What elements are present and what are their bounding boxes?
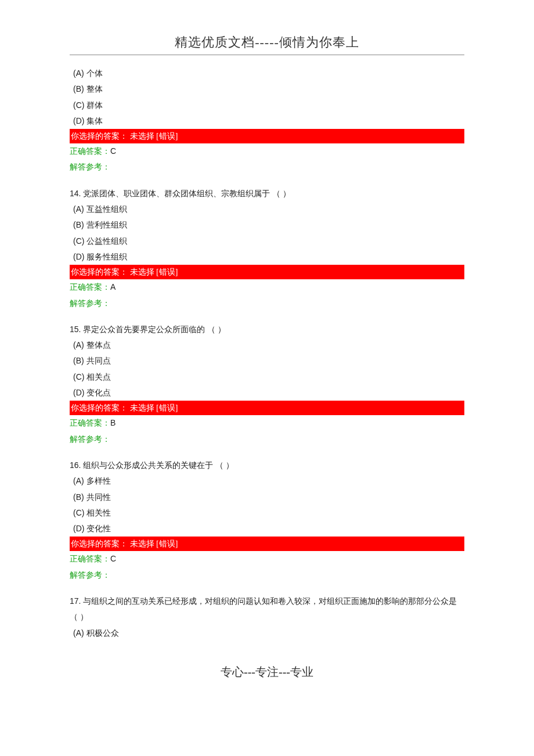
q16-your-answer-bar: 你选择的答案： 未选择 [错误] bbox=[70, 537, 464, 551]
q15-correct-letter: B bbox=[110, 418, 116, 427]
q13-correct-answer: 正确答案：C bbox=[70, 143, 464, 159]
q15-text: 15. 界定公众首先要界定公众所面临的 （ ） bbox=[70, 322, 464, 337]
correct-label: 正确答案： bbox=[70, 147, 110, 156]
q14-stem: 党派团体、职业团体、群众团体组织、宗教组织属于 （ ） bbox=[83, 189, 291, 198]
q14-option-b: (B) 营利性组织 bbox=[70, 217, 464, 233]
q14-correct-letter: A bbox=[110, 282, 116, 291]
correct-label: 正确答案： bbox=[70, 555, 110, 563]
q17-stem: 与组织之间的互动关系已经形成，对组织的问题认知和卷入较深，对组织正面施加的影响的… bbox=[70, 596, 457, 621]
q14-option-d: (D) 服务性组织 bbox=[70, 249, 464, 265]
q15-option-b: (B) 共同点 bbox=[70, 353, 464, 369]
q16-text: 16. 组织与公众形成公共关系的关键在于 （ ） bbox=[70, 458, 464, 473]
question-17: 17. 与组织之间的互动关系已经形成，对组织的问题认知和卷入较深，对组织正面施加… bbox=[70, 593, 464, 641]
page-container: 精选优质文档-----倾情为你奉上 (A) 个体 (B) 整体 (C) 群体 (… bbox=[0, 0, 534, 703]
q13-option-c: (C) 群体 bbox=[70, 98, 464, 113]
q14-explain: 解答参考： bbox=[70, 296, 464, 311]
q17-option-a: (A) 积极公众 bbox=[70, 625, 464, 641]
q14-option-a: (A) 互益性组织 bbox=[70, 201, 464, 217]
q15-explain: 解答参考： bbox=[70, 431, 464, 447]
q15-option-c: (C) 相关点 bbox=[70, 369, 464, 385]
q16-number: 16. bbox=[70, 460, 81, 470]
correct-label: 正确答案： bbox=[70, 283, 110, 291]
q16-explain: 解答参考： bbox=[70, 567, 464, 583]
q14-your-answer-bar: 你选择的答案： 未选择 [错误] bbox=[70, 265, 464, 279]
q14-text: 14. 党派团体、职业团体、群众团体组织、宗教组织属于 （ ） bbox=[70, 186, 464, 201]
question-13: (A) 个体 (B) 整体 (C) 群体 (D) 集体 bbox=[70, 66, 464, 129]
q16-stem: 组织与公众形成公共关系的关键在于 （ ） bbox=[83, 460, 234, 470]
q13-option-b: (B) 整体 bbox=[70, 81, 464, 97]
page-header: 精选优质文档-----倾情为你奉上 bbox=[70, 34, 464, 55]
q13-your-answer-bar: 你选择的答案： 未选择 [错误] bbox=[70, 129, 464, 143]
correct-label: 正确答案： bbox=[70, 419, 110, 427]
q13-explain: 解答参考： bbox=[70, 159, 464, 175]
q15-your-answer-bar: 你选择的答案： 未选择 [错误] bbox=[70, 401, 464, 415]
q15-option-a: (A) 整体点 bbox=[70, 337, 464, 353]
question-15: 15. 界定公众首先要界定公众所面临的 （ ） (A) 整体点 (B) 共同点 … bbox=[70, 322, 464, 401]
q15-stem: 界定公众首先要界定公众所面临的 （ ） bbox=[83, 325, 226, 334]
q14-number: 14. bbox=[70, 189, 81, 198]
q16-option-b: (B) 共同性 bbox=[70, 489, 464, 505]
q13-option-d: (D) 集体 bbox=[70, 113, 464, 129]
question-16: 16. 组织与公众形成公共关系的关键在于 （ ） (A) 多样性 (B) 共同性… bbox=[70, 458, 464, 537]
q16-correct-answer: 正确答案：C bbox=[70, 551, 464, 567]
q16-option-a: (A) 多样性 bbox=[70, 473, 464, 489]
page-footer: 专心---专注---专业 bbox=[70, 664, 464, 680]
q13-correct-letter: C bbox=[110, 146, 116, 156]
q16-option-d: (D) 变化性 bbox=[70, 521, 464, 537]
q15-option-d: (D) 变化点 bbox=[70, 385, 464, 401]
q13-option-a: (A) 个体 bbox=[70, 66, 464, 81]
question-14: 14. 党派团体、职业团体、群众团体组织、宗教组织属于 （ ） (A) 互益性组… bbox=[70, 186, 464, 265]
q16-correct-letter: C bbox=[110, 554, 116, 563]
q15-number: 15. bbox=[70, 325, 81, 334]
q17-text: 17. 与组织之间的互动关系已经形成，对组织的问题认知和卷入较深，对组织正面施加… bbox=[70, 593, 464, 625]
q14-correct-answer: 正确答案：A bbox=[70, 279, 464, 295]
q14-option-c: (C) 公益性组织 bbox=[70, 233, 464, 249]
q17-number: 17. bbox=[70, 596, 81, 606]
q16-option-c: (C) 相关性 bbox=[70, 505, 464, 521]
q15-correct-answer: 正确答案：B bbox=[70, 415, 464, 431]
